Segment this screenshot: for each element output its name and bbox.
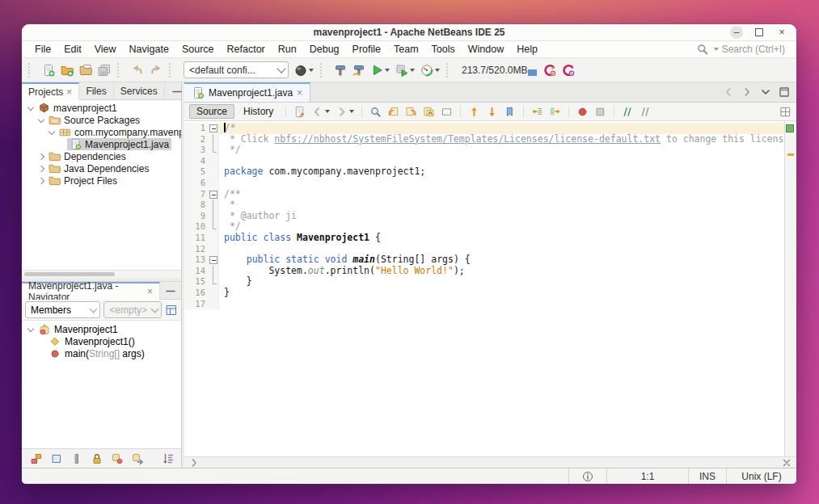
run-button[interactable] bbox=[369, 62, 391, 78]
line-number[interactable]: 4 bbox=[184, 156, 209, 167]
title-bar[interactable]: mavenproject1 - Apache NetBeans IDE 25 –… bbox=[22, 24, 796, 41]
error-stripe[interactable] bbox=[784, 121, 796, 456]
line-number[interactable]: 6 bbox=[184, 178, 209, 189]
line-number[interactable]: 14 bbox=[184, 266, 209, 277]
projects-tree[interactable]: mavenproject1Source Packagescom.mycompan… bbox=[22, 100, 181, 270]
highlight-search-icon[interactable] bbox=[421, 104, 437, 120]
build-project-icon[interactable] bbox=[332, 62, 348, 78]
maximize-view-icon[interactable] bbox=[776, 84, 792, 100]
dropdown-arrow-icon[interactable] bbox=[349, 110, 354, 113]
maximize-button[interactable] bbox=[753, 26, 766, 39]
filter-static-icon[interactable] bbox=[69, 451, 85, 467]
split-editor-icon[interactable] bbox=[779, 106, 792, 118]
fold-toggle-icon[interactable] bbox=[209, 254, 219, 266]
menu-team[interactable]: Team bbox=[387, 44, 425, 55]
sort-source-icon[interactable] bbox=[160, 451, 176, 467]
close-icon[interactable]: × bbox=[147, 286, 153, 297]
dropdown-arrow-icon[interactable] bbox=[385, 69, 390, 72]
projects-item-mavenproject1[interactable]: mavenproject1 bbox=[22, 102, 181, 114]
profiler-snapshot-icon[interactable] bbox=[560, 62, 576, 78]
dropdown-arrow-icon[interactable] bbox=[410, 69, 415, 72]
projects-hscrollbar[interactable] bbox=[22, 270, 181, 278]
undo-icon[interactable] bbox=[129, 62, 146, 78]
tab-files[interactable]: Files bbox=[79, 82, 113, 99]
menu-tools[interactable]: Tools bbox=[425, 44, 462, 55]
project-config-select[interactable]: <default confi... bbox=[184, 61, 289, 78]
projects-item-project-files[interactable]: Project Files bbox=[22, 174, 181, 187]
code-line-7[interactable]: 7/** bbox=[184, 189, 784, 200]
line-ending[interactable]: Unix (LF) bbox=[726, 468, 796, 484]
filter-fields-icon[interactable] bbox=[49, 451, 65, 467]
chevron-expanded-icon[interactable] bbox=[46, 131, 57, 134]
code-line-10[interactable]: 10 */ bbox=[184, 221, 784, 233]
menu-file[interactable]: File bbox=[28, 44, 57, 55]
dropdown-arrow-icon[interactable] bbox=[309, 69, 314, 72]
last-edit-icon[interactable] bbox=[292, 104, 307, 120]
code-line-13[interactable]: 13 public static void main(String[] args… bbox=[184, 254, 784, 266]
tab-mavenproject1-java[interactable]: Mavenproject1.java × bbox=[184, 82, 310, 102]
line-number[interactable]: 16 bbox=[184, 288, 209, 299]
line-number[interactable]: 11 bbox=[184, 233, 209, 244]
fold-toggle-icon[interactable] bbox=[209, 189, 219, 200]
projects-item-java-dependencies[interactable]: Java Dependencies bbox=[22, 162, 181, 174]
find-selection-icon[interactable] bbox=[368, 104, 383, 120]
new-project-icon[interactable] bbox=[59, 62, 75, 78]
tab-scroll-left-icon[interactable] bbox=[720, 84, 737, 100]
projects-item-dependencies[interactable]: Dependencies bbox=[22, 150, 181, 162]
line-number[interactable]: 7 bbox=[184, 189, 209, 200]
menu-profile[interactable]: Profile bbox=[346, 44, 387, 55]
filter-anon-icon[interactable] bbox=[129, 451, 146, 467]
tab-list-icon[interactable] bbox=[758, 84, 774, 100]
close-button[interactable]: × bbox=[775, 26, 788, 39]
code-line-1[interactable]: 1/* bbox=[184, 123, 784, 134]
code-line-11[interactable]: 11public class Mavenproject1 { bbox=[184, 233, 784, 244]
fold-toggle-icon[interactable] bbox=[209, 123, 219, 134]
navigator-filter-select[interactable]: <empty> bbox=[103, 301, 162, 318]
profiler-attach-icon[interactable] bbox=[542, 62, 558, 78]
notifications-button[interactable] bbox=[568, 468, 606, 484]
menu-source[interactable]: Source bbox=[175, 44, 221, 55]
navigator-scope-select[interactable]: Members bbox=[25, 301, 100, 318]
line-number[interactable]: 17 bbox=[184, 299, 209, 310]
line-number[interactable]: 10 bbox=[184, 221, 209, 233]
memory-indicator[interactable]: 213.7/520.0MB bbox=[462, 65, 537, 76]
code-line-12[interactable]: 12 bbox=[184, 244, 784, 255]
chevron-collapsed-icon[interactable] bbox=[36, 178, 46, 183]
find-previous-icon[interactable] bbox=[386, 104, 401, 120]
line-number[interactable]: 5 bbox=[184, 166, 209, 178]
tab-navigator[interactable]: Mavenproject1.java - Navigator × bbox=[22, 282, 160, 300]
menu-debug[interactable]: Debug bbox=[303, 44, 346, 55]
tab-services[interactable]: Services bbox=[114, 82, 165, 99]
menu-window[interactable]: Window bbox=[462, 44, 510, 55]
line-number[interactable]: 9 bbox=[184, 211, 209, 222]
rect-selection-icon[interactable] bbox=[439, 104, 454, 120]
forward-button[interactable] bbox=[334, 104, 356, 120]
find-next-icon[interactable] bbox=[403, 104, 419, 120]
next-bookmark-icon[interactable] bbox=[484, 104, 500, 120]
shift-left-icon[interactable] bbox=[530, 104, 545, 120]
code-line-3[interactable]: 3 */ bbox=[184, 145, 784, 156]
navigator-item-mavenproject1[interactable]: Mavenproject1 bbox=[22, 323, 181, 335]
caret-position[interactable]: 1:1 bbox=[606, 468, 688, 484]
dropdown-arrow-icon[interactable] bbox=[435, 69, 440, 72]
line-number[interactable]: 12 bbox=[184, 244, 209, 255]
insert-mode[interactable]: INS bbox=[688, 468, 726, 484]
projects-item-com-mycompany-mavenproject1[interactable]: com.mycompany.mavenproject1 bbox=[22, 126, 181, 138]
new-file-icon[interactable] bbox=[40, 62, 57, 78]
minimize-button[interactable]: – bbox=[730, 26, 743, 39]
chevron-expanded-icon[interactable] bbox=[36, 119, 46, 122]
line-number[interactable]: 15 bbox=[184, 276, 209, 288]
back-button[interactable] bbox=[310, 104, 331, 120]
toggle-bookmark-icon[interactable] bbox=[502, 104, 517, 120]
code-line-17[interactable]: 17 bbox=[184, 299, 784, 310]
projects-item-source-packages[interactable]: Source Packages bbox=[22, 114, 181, 126]
clean-build-icon[interactable] bbox=[351, 62, 367, 78]
close-icon[interactable]: × bbox=[297, 87, 302, 99]
code-editor[interactable]: 1/*2 * Click nbfs://nbhost/SystemFileSys… bbox=[184, 121, 784, 456]
chevron-expanded-icon[interactable] bbox=[25, 328, 36, 331]
chevron-expanded-icon[interactable] bbox=[25, 107, 36, 110]
navigator-item-mavenproject1[interactable]: Mavenproject1() bbox=[22, 335, 181, 347]
code-line-9[interactable]: 9 * @author ji bbox=[184, 211, 784, 222]
line-number[interactable]: 3 bbox=[184, 145, 209, 156]
history-view-button[interactable]: History bbox=[237, 105, 280, 118]
